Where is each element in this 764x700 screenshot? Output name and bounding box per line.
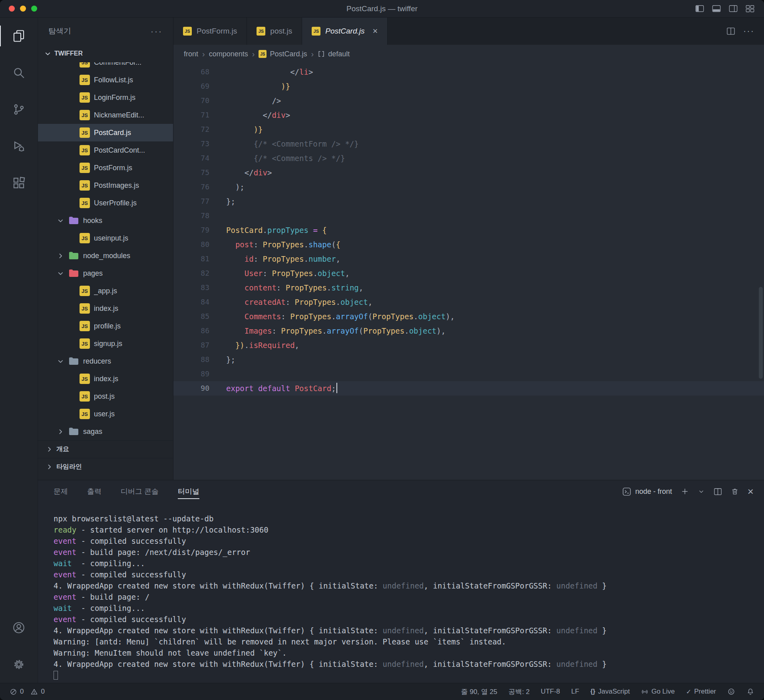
panel-tab--[interactable]: 출력 [87,480,101,503]
code-line-85[interactable]: 85 Comments: PropTypes.arrayOf(PropTypes… [173,309,764,324]
terminal-output[interactable]: npx browserslist@latest --update-dbready… [38,503,764,683]
code-line-71[interactable]: 71 </div> [173,108,764,122]
tree-file-PostForm.js[interactable]: JSPostForm.js [38,159,173,177]
code-line-90[interactable]: 90export default PostCard; [173,381,764,396]
kill-terminal-trash-icon[interactable] [731,487,739,495]
tree-folder-pages[interactable]: pages [38,264,173,282]
code-line-80[interactable]: 80 post: PropTypes.shape({ [173,237,764,252]
panel-tab--[interactable]: 디버그 콘솔 [121,480,159,503]
close-panel-icon[interactable]: × [748,486,754,497]
sidebar-section--[interactable]: 타임라인 [38,458,173,475]
new-terminal-icon[interactable] [681,487,689,495]
status-language-mode[interactable]: {}JavaScript [590,688,630,696]
code-line-86[interactable]: 86 Images: PropTypes.arrayOf(PropTypes.o… [173,324,764,338]
tree-file-CommentFor...[interactable]: JSCommentFor... [38,62,173,71]
tree-folder-reducers[interactable]: reducers [38,352,173,370]
code-line-87[interactable]: 87 }).isRequired, [173,338,764,352]
split-terminal-icon[interactable] [714,488,722,495]
activity-extensions-button[interactable] [0,165,38,201]
tree-file-NicknameEdit...[interactable]: JSNicknameEdit... [38,106,173,124]
toggle-panel-icon[interactable] [712,5,721,12]
code-line-82[interactable]: 82 User: PropTypes.object, [173,266,764,280]
tree-folder-sagas[interactable]: sagas [38,423,173,440]
code-line-74[interactable]: 74 {/* <Comments /> */} [173,151,764,165]
code-line-84[interactable]: 84 createdAt: PropTypes.object, [173,295,764,309]
code-line-69[interactable]: 69 )} [173,79,764,93]
tree-file-PostCard.js[interactable]: JSPostCard.js [38,124,173,141]
tab-post.js[interactable]: JSpost.js [247,18,302,45]
tree-file-signup.js[interactable]: JSsignup.js [38,335,173,352]
activity-run-debug-button[interactable] [0,128,38,165]
code-line-78[interactable]: 78 [173,209,764,223]
breadcrumb-item-components[interactable]: components [209,50,248,58]
close-window-button[interactable] [9,6,15,12]
tree-file-LoginForm.js[interactable]: JSLoginForm.js [38,89,173,106]
code-line-70[interactable]: 70 /> [173,93,764,108]
breadcrumb-item-PostCard.js[interactable]: JSPostCard.js [259,50,307,58]
feedback-button[interactable] [727,688,735,696]
code-line-73[interactable]: 73 {/* <CommentForm /> */} [173,137,764,151]
code-line-75[interactable]: 75 </div> [173,165,764,180]
toggle-secondary-sidebar-icon[interactable] [729,5,738,12]
problems-status-button[interactable]: 0 0 [10,688,45,696]
breadcrumb-item-front[interactable]: front [184,50,198,58]
code-line-77[interactable]: 77}; [173,194,764,209]
code-line-72[interactable]: 72 )} [173,122,764,137]
status-encoding[interactable]: UTF-8 [541,688,560,696]
code-line-89[interactable]: 89 [173,367,764,381]
tree-file-user.js[interactable]: JSuser.js [38,405,173,423]
tab-PostForm.js[interactable]: JSPostForm.js [173,18,247,45]
tree-file-useinput.js[interactable]: JSuseinput.js [38,229,173,247]
notifications-button[interactable] [746,688,754,696]
activity-settings-button[interactable] [0,646,38,683]
code-line-83[interactable]: 83 content: PropTypes.string, [173,280,764,295]
code-line-88[interactable]: 88}; [173,352,764,367]
breadcrumb-item-default[interactable]: default [318,50,350,58]
editor-scrollbar[interactable] [759,287,763,379]
tree-file-UserProfile.js[interactable]: JSUserProfile.js [38,194,173,212]
panel-tab--[interactable]: 문제 [54,480,68,503]
toggle-sidebar-icon[interactable] [695,5,704,12]
tree-folder-node_modules[interactable]: node_modules [38,247,173,264]
breadcrumb-separator: › [311,50,314,59]
sidebar-section--[interactable]: 개요 [38,440,173,458]
terminal-dropdown-chevron-icon[interactable] [698,488,705,495]
panel-tab--[interactable]: 터미널 [178,480,199,503]
tree-item-label: CommentFor... [94,62,141,67]
tree-file-_app.js[interactable]: JS_app.js [38,282,173,300]
code-line-79[interactable]: 79PostCard.propTypes = { [173,223,764,237]
sidebar-more-actions-button[interactable]: ··· [151,26,163,36]
customize-layout-icon[interactable] [746,5,754,12]
editor-more-actions-icon[interactable]: ··· [743,26,754,36]
tree-file-PostCardCont...[interactable]: JSPostCardCont... [38,141,173,159]
tree-file-index.js[interactable]: JSindex.js [38,370,173,388]
tree-folder-hooks[interactable]: hooks [38,212,173,229]
tree-file-PostImages.js[interactable]: JSPostImages.js [38,177,173,194]
symbol-default-icon [318,50,325,58]
code-line-76[interactable]: 76 ); [173,180,764,194]
zoom-window-button[interactable] [31,6,37,12]
project-section-header[interactable]: TWIFFER [38,45,173,62]
activity-search-button[interactable] [0,54,38,91]
terminal-shell-selector[interactable]: node - front [622,487,672,496]
tree-file-profile.js[interactable]: JSprofile.js [38,317,173,335]
tree-file-post.js[interactable]: JSpost.js [38,388,173,405]
tree-file-index.js[interactable]: JSindex.js [38,300,173,317]
code-line-68[interactable]: 68 </li> [173,65,764,79]
tree-item-label: _app.js [94,287,117,295]
close-tab-icon[interactable]: × [372,27,378,36]
tree-file-FollowList.js[interactable]: JSFollowList.js [38,71,173,89]
status-eol[interactable]: LF [571,688,579,696]
activity-account-button[interactable] [0,609,38,646]
status-go-live[interactable]: Go Live [641,688,675,696]
minimize-window-button[interactable] [20,6,26,12]
status-indentation[interactable]: 공백: 2 [508,687,529,696]
code-line-81[interactable]: 81 id: PropTypes.number, [173,252,764,266]
activity-source-control-button[interactable] [0,91,38,128]
split-editor-icon[interactable] [726,27,735,35]
tab-PostCard.js[interactable]: JSPostCard.js× [302,18,388,45]
status-cursor-position[interactable]: 줄 90, 열 25 [461,687,497,696]
activity-explorer-button[interactable] [0,18,38,54]
status-prettier[interactable]: ✓Prettier [686,688,716,696]
code-editor[interactable]: 68 </li>69 )}70 />71 </div>72 )}73 {/* <… [173,63,764,480]
